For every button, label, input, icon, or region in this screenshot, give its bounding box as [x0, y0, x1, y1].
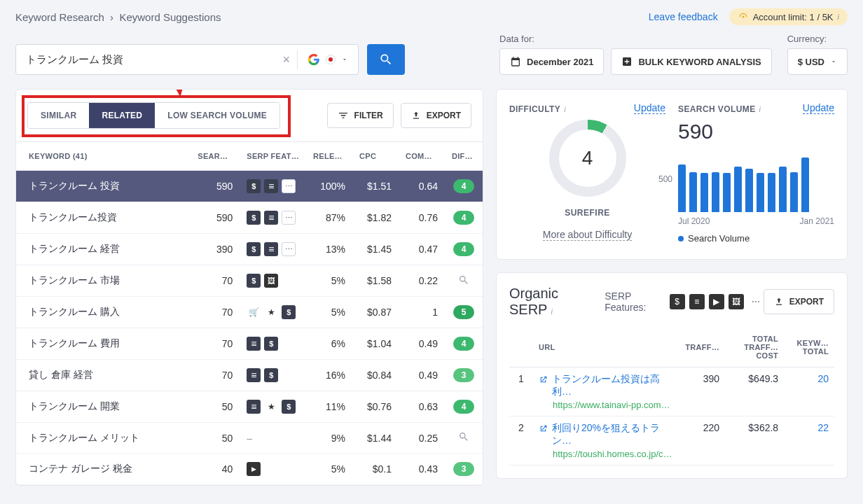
chart-bar — [757, 173, 764, 212]
search-volume-value: 590 — [678, 120, 834, 144]
chevron-down-icon — [341, 56, 348, 63]
col-serp[interactable]: SERP FEAT… — [240, 142, 306, 171]
serp-video-icon: ▶ — [709, 294, 724, 309]
export-icon — [411, 111, 421, 120]
leave-feedback-link[interactable]: Leave feedback — [649, 11, 718, 22]
chart-legend: Search Volume — [678, 233, 834, 244]
serp-row[interactable]: 1トランクルーム投資は高利…https://www.tainavi-pp.com… — [509, 368, 834, 416]
serp-export-button[interactable]: EXPORT — [764, 289, 834, 314]
plus-square-icon — [621, 56, 633, 67]
table-row[interactable]: トランクルーム 投資590100%$1.510.644 — [16, 171, 483, 202]
data-for-label: Data for: — [499, 34, 772, 44]
serp-feature-icons: $ ≡ ▶ 🖼 ⋯ — [670, 294, 764, 309]
chart-bar — [678, 164, 686, 212]
chart-bar — [768, 173, 775, 212]
difficulty-donut: 4 — [549, 120, 626, 197]
chart-bar — [779, 167, 787, 212]
table-row[interactable]: トランクルーム 購入705%$0.8715 — [16, 297, 483, 328]
table-row[interactable]: トランクルーム 開業5011%$0.760.634 — [16, 391, 483, 423]
currency-label: Currency: — [787, 34, 848, 44]
gauge-icon — [738, 11, 749, 22]
info-icon[interactable]: i — [562, 105, 566, 113]
tab-similar[interactable]: SIMILAR — [28, 103, 89, 128]
keyword-table: KEYWORD (41) SEAR… SERP FEAT… RELE… CPC … — [16, 141, 483, 485]
info-icon[interactable]: i — [757, 105, 761, 113]
keyword-type-tabs: SIMILAR RELATED LOW SEARCH VOLUME — [27, 102, 280, 129]
col-search[interactable]: SEAR… — [191, 142, 240, 171]
update-volume-link[interactable]: Update — [803, 102, 834, 114]
tab-low-volume[interactable]: LOW SEARCH VOLUME — [155, 103, 279, 128]
chevron-down-icon — [830, 58, 837, 65]
serp-row[interactable]: 2利回り20%を狙えるトラン…https://toushi.homes.co.j… — [509, 416, 834, 465]
account-limit-badge[interactable]: Account limit: 1 / 5K i — [729, 8, 848, 25]
breadcrumb: Keyword Research › Keyword Suggestions — [15, 11, 221, 23]
tab-related[interactable]: RELATED — [89, 103, 155, 128]
table-row[interactable]: トランクルーム 市場705%$1.580.22 — [16, 265, 483, 297]
clear-icon[interactable]: × — [275, 52, 297, 67]
breadcrumb-parent[interactable]: Keyword Research — [15, 11, 104, 23]
search-button[interactable] — [367, 44, 405, 75]
serp-col-keywords[interactable]: KEYW… TOTAL — [784, 328, 834, 368]
serp-features-label: SERP Features: — [605, 290, 662, 313]
search-icon — [379, 52, 393, 66]
col-relevance[interactable]: RELE… — [306, 142, 352, 171]
volume-bar-chart — [678, 156, 834, 212]
search-bar: × — [15, 44, 359, 75]
serp-col-url[interactable]: URL — [533, 328, 679, 368]
update-difficulty-link[interactable]: Update — [634, 102, 665, 114]
export-button[interactable]: EXPORT — [401, 103, 471, 128]
chart-bar — [790, 172, 798, 212]
table-row[interactable]: トランクルーム メリット50–9%$1.440.25 — [16, 423, 483, 454]
chart-bar — [801, 158, 809, 212]
organic-serp-card: Organic SERP i SERP Features: $ ≡ ▶ 🖼 ⋯ … — [496, 272, 848, 479]
search-volume-card: SEARCH VOLUME i Update 590 500 Jul 2020 … — [678, 102, 834, 244]
serp-list-icon: ≡ — [689, 294, 705, 309]
serp-more-icon[interactable]: ⋯ — [748, 294, 764, 309]
info-icon[interactable]: i — [548, 307, 553, 316]
difficulty-card: DIFFICULTY i Update 4 SUREFIRE More abou… — [509, 102, 665, 244]
difficulty-value: 4 — [559, 130, 616, 187]
currency-selector[interactable]: $ USD — [787, 48, 848, 75]
serp-image-icon: 🖼 — [729, 294, 744, 309]
col-keyword[interactable]: KEYWORD (41) — [16, 142, 191, 171]
chart-bar — [689, 172, 697, 212]
col-difficulty[interactable]: DIF… — [445, 142, 483, 171]
col-cpc[interactable]: CPC — [352, 142, 399, 171]
chart-bar — [723, 173, 731, 212]
chart-bar — [700, 173, 708, 212]
serp-col-traffic[interactable]: TRAFF… — [679, 328, 725, 368]
more-about-difficulty-link[interactable]: More about Difficulty — [543, 229, 632, 241]
export-icon — [774, 297, 784, 307]
google-icon — [308, 53, 320, 66]
date-picker-button[interactable]: December 2021 — [499, 48, 604, 75]
serp-table: URL TRAFF… TOTAL TRAFF… COST KEYW… TOTAL… — [509, 328, 834, 465]
table-row[interactable]: コンテナ ガレージ 税金405%$0.10.433 — [16, 454, 483, 485]
bulk-analysis-button[interactable]: BULK KEYWORD ANALYSIS — [611, 48, 771, 75]
calendar-icon — [510, 56, 521, 67]
chart-bar — [712, 172, 719, 212]
filter-icon — [338, 110, 349, 121]
engine-selector[interactable] — [298, 53, 358, 66]
japan-flag-icon — [326, 55, 336, 64]
serp-col-cost[interactable]: TOTAL TRAFF… COST — [725, 328, 784, 368]
serp-title: Organic SERP i — [509, 286, 588, 318]
filter-button[interactable]: FILTER — [327, 103, 394, 128]
table-row[interactable]: 貸し 倉庫 経営7016%$0.840.493 — [16, 360, 483, 391]
chart-bar — [734, 167, 742, 212]
table-row[interactable]: トランクルーム 経営39013%$1.450.474 — [16, 234, 483, 265]
col-competition[interactable]: COM… — [399, 142, 445, 171]
table-row[interactable]: トランクルーム 費用706%$1.040.494 — [16, 328, 483, 360]
breadcrumb-current: Keyword Suggestions — [119, 11, 221, 23]
chart-bar — [745, 169, 753, 212]
serp-dollar-icon: $ — [670, 294, 685, 309]
keyword-input[interactable] — [16, 54, 275, 66]
difficulty-label: SUREFIRE — [565, 208, 610, 218]
table-row[interactable]: トランクルーム投資59087%$1.820.764 — [16, 202, 483, 234]
